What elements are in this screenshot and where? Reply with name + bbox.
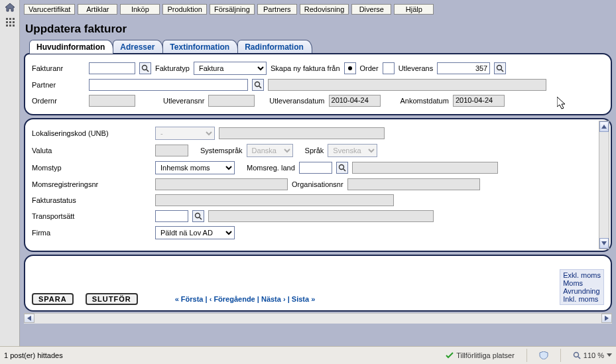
svg-rect-8 [13,25,15,27]
chevron-down-icon[interactable] [607,353,612,357]
readonly-transport-desc [208,210,434,222]
finish-button[interactable]: SLUTFÖR [86,293,138,305]
tab-textinformation[interactable]: Textinformation [162,40,238,54]
pager-next[interactable]: Nästa › [261,295,286,303]
label-utleveransdatum: Utleveransdatum [269,97,324,105]
label-valuta: Valuta [32,147,151,154]
menu-produktion[interactable]: Produktion [162,4,207,15]
tab-radinformation[interactable]: Radinformation [237,40,312,54]
svg-rect-5 [13,21,15,23]
zoom-icon [573,351,581,359]
label-momstyp: Momstyp [32,164,151,172]
menu-varucertifikat[interactable]: Varucertifikat [24,4,75,15]
label-utleveransnr: Utleveransnr [163,97,204,105]
hscroll-right-icon[interactable] [601,314,612,323]
menu-diverse[interactable]: Diverse [351,4,391,15]
input-fakturanr[interactable] [89,62,135,74]
details-scrollbar[interactable] [599,121,609,249]
panel-footer: SPARA SLUTFÖR « Första | ‹ Föregående | … [24,255,612,312]
status-zoom[interactable]: 110 % [573,351,612,359]
menu-artiklar[interactable]: Artiklar [78,4,117,15]
main-column: Varucertifikat Artiklar Inköp Produktion… [20,0,616,346]
details-scroll-view: Lokaliseringskod (UNB) - Valuta Systemsp… [32,125,593,245]
pager-prev[interactable]: ‹ Föregående [210,295,255,303]
scroll-up-icon[interactable] [599,121,609,132]
totals-exkl: Exkl. moms [563,271,601,279]
readonly-fakturastatus [155,194,394,206]
input-momsreg-land[interactable] [299,162,332,174]
readonly-valuta [155,145,188,156]
svg-line-14 [259,86,261,88]
svg-point-19 [574,353,578,357]
select-firma[interactable]: Päldt nä Lov AD [155,226,235,239]
tab-strip: Huvudinformation Adresser Textinformatio… [24,40,612,54]
svg-rect-7 [9,25,11,27]
svg-point-11 [497,66,502,70]
select-systemsprak: Danska [247,144,293,157]
label-partner: Partner [32,81,85,89]
label-lokalisering: Lokaliseringskod (UNB) [32,129,151,137]
lookup-transport-icon[interactable] [192,210,204,222]
check-icon [446,351,454,359]
tab-adresser[interactable]: Adresser [113,40,163,54]
label-momsreg-land: Momsreg. land [247,164,295,172]
menu-inkop[interactable]: Inköp [120,4,160,15]
lookup-fakturanr-icon[interactable] [139,62,151,74]
svg-point-17 [196,213,200,218]
tab-huvudinformation[interactable]: Huvudinformation [29,40,113,54]
select-momstyp[interactable]: Inhemsk moms [155,161,235,174]
label-sprak: Språk [305,147,324,154]
menu-bar: Varucertifikat Artiklar Inköp Produktion… [24,3,612,19]
radio-order[interactable] [344,62,356,74]
menu-forsaljning[interactable]: Försäljning [210,4,255,15]
pager-last[interactable]: Sista » [292,295,315,303]
label-systemsprak: Systemspråk [200,147,243,154]
input-partner[interactable] [89,79,248,91]
horizontal-scrollbar[interactable] [24,313,612,324]
label-fakturanr: Fakturanr [32,64,85,72]
label-momsregnr: Momsregistreringsnr [32,180,151,188]
lookup-utleverans-icon[interactable] [494,62,506,74]
input-transport[interactable] [155,210,188,222]
select-lokalisering: - [155,127,215,140]
svg-point-9 [143,66,147,70]
totals-block: Exkl. moms Moms Avrundning Inkl. moms [560,269,604,305]
lookup-momsreg-land-icon[interactable] [336,162,348,174]
svg-line-18 [200,217,202,219]
readonly-orgnr [347,178,480,190]
lookup-partner-icon[interactable] [252,79,264,91]
readonly-utleveransdatum: 2010-04-24 [329,95,381,107]
scroll-track[interactable] [599,132,609,238]
svg-rect-4 [9,21,11,23]
input-utleveransnr-new[interactable] [437,62,490,74]
readonly-utleveransnr [208,95,255,107]
svg-rect-2 [13,18,15,20]
menu-partners[interactable]: Partners [257,4,297,15]
menu-hjalp[interactable]: Hjälp [394,4,434,15]
label-skapa: Skapa ny faktura från [271,64,340,72]
label-ordernr: Ordernr [32,97,85,105]
app-frame: Varucertifikat Artiklar Inköp Produktion… [0,0,616,346]
totals-avrundning: Avrundning [563,287,601,295]
scroll-down-icon[interactable] [599,238,609,249]
panel-head: Fakturanr Fakturatyp Faktura Skapa ny fa… [24,53,612,115]
readonly-momsreg-land-desc [352,162,498,174]
svg-point-13 [255,82,260,87]
select-fakturatyp[interactable]: Faktura [194,62,267,75]
home-icon[interactable] [5,3,15,12]
panel-details: Lokaliseringskod (UNB) - Valuta Systemsp… [24,118,612,252]
readonly-partner-desc [268,79,546,91]
hscroll-left-icon[interactable] [24,314,34,323]
pager-first[interactable]: « Första [175,295,204,303]
svg-line-10 [147,70,149,72]
rail-grip-icon[interactable] [5,17,15,28]
save-button[interactable]: SPARA [32,293,74,305]
svg-point-15 [339,165,343,170]
left-rail [0,0,20,346]
status-bar: 1 post(er) hittades Tillförlitliga plats… [0,346,616,364]
readonly-lokalisering-desc [219,127,385,139]
svg-rect-0 [6,18,8,20]
radio-utleverans[interactable] [383,62,395,74]
menu-redovisning[interactable]: Redovisning [300,4,349,15]
pager: « Första | ‹ Föregående | Nästa › | Sist… [175,295,316,303]
